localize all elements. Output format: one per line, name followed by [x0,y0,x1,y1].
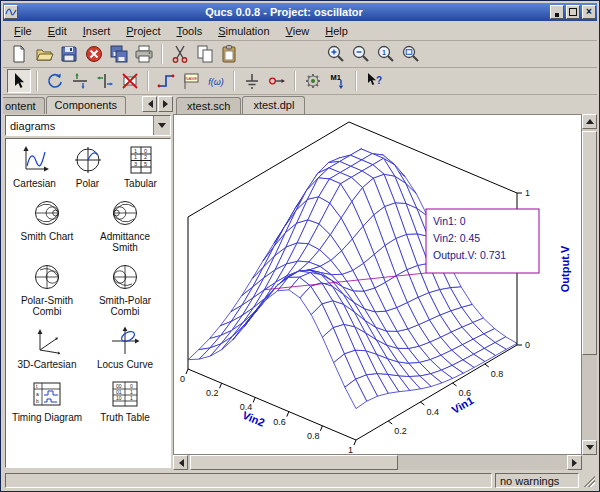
ground-button[interactable] [240,69,264,93]
component-item-cartesian[interactable]: Cartesian [8,145,61,189]
minimize-button[interactable] [550,5,564,19]
arrow-left-icon [144,100,153,108]
tab-scroll-right-button[interactable] [158,96,173,112]
document-canvas[interactable]: 00.20.40.60.810.20.40.60.800.51Vin2Vin1O… [173,114,582,455]
vertical-scroll-track[interactable] [582,129,597,440]
component-item-polar[interactable]: Polar [61,145,114,189]
equation-icon: f(ω) [206,71,226,91]
paste-icon [220,44,240,64]
zoom-out-button[interactable] [349,42,373,66]
port-button[interactable] [265,69,289,93]
wire-button[interactable] [154,69,178,93]
component-item-truth-table[interactable]: 000011101Truth Table [86,379,164,423]
dropdown-button[interactable] [153,116,170,135]
zoom-1-button[interactable]: 1 [374,42,398,66]
horizontal-scrollbar[interactable] [173,455,582,470]
menu-simulation[interactable]: Simulation [211,23,276,39]
new-button[interactable] [7,42,31,66]
menu-view[interactable]: View [279,23,317,39]
window-title: Qucs 0.0.8 - Project: oscillator [20,6,548,18]
deactivate-button[interactable] [118,69,142,93]
component-item-tabular[interactable]: 101235Tabular [114,145,167,189]
scroll-right-button[interactable] [567,455,582,470]
toolbar-separator [161,44,163,64]
maximize-icon [569,8,577,16]
maximize-button[interactable] [566,5,580,19]
save-button[interactable] [57,42,81,66]
print-button[interactable] [132,42,156,66]
component-category-dropdown[interactable]: diagrams [5,115,171,136]
sidebar-tabs: ontent Components [3,95,173,114]
3d-diagram[interactable]: 00.20.40.60.810.20.40.60.800.51Vin2Vin1O… [174,115,582,455]
wire-label-button[interactable]: NAME [179,69,203,93]
component-item-smith-chart[interactable]: Smith Chart [8,198,86,253]
component-label: Timing Diagram [12,412,82,423]
save-all-icon [109,44,129,64]
svg-text:?: ? [376,75,382,86]
open-button[interactable] [32,42,56,66]
close-file-button[interactable] [82,42,106,66]
component-item-timing-diagram[interactable]: tabTiming Diagram [8,379,86,423]
toolbar-separator [147,71,149,91]
resize-grip[interactable] [582,474,595,487]
zoom-in-button[interactable] [324,42,348,66]
component-label: 3D-Cartesian [18,359,77,370]
horizontal-scroll-track[interactable] [188,455,567,470]
svg-text:1: 1 [348,445,353,455]
tab-components[interactable]: Components [46,96,126,114]
sidebar: ontent Components diagrams CartesianPola… [3,95,173,470]
marker-button[interactable]: M1 [326,69,350,93]
arrow-right-icon [163,100,172,108]
svg-text:b: b [36,398,39,404]
menu-help[interactable]: Help [318,23,355,39]
mirror-x-button[interactable] [68,69,92,93]
dropdown-value: diagrams [6,120,153,132]
toolbar-separator [294,71,296,91]
vertical-scrollbar[interactable] [582,114,597,455]
component-item-locus-curve[interactable]: Locus Curve [86,326,164,370]
menu-project[interactable]: Project [119,23,167,39]
scroll-down-button[interactable] [582,440,597,455]
svg-text:0: 0 [525,340,530,350]
cut-button[interactable] [168,42,192,66]
tab-xtest-dpl[interactable]: xtest.dpl [242,96,305,114]
menu-edit[interactable]: Edit [41,23,74,39]
window-menu-button[interactable] [4,5,18,19]
cut-icon [170,44,190,64]
status-bar: no warnings [3,470,597,489]
marker-text: Vin1: 0 [433,215,466,227]
zoom-fit-button[interactable] [399,42,423,66]
vertical-scroll-thumb[interactable] [582,131,597,355]
tab-xtest-sch[interactable]: xtest.sch [176,97,241,114]
rotate-button[interactable] [43,69,67,93]
copy-button[interactable] [193,42,217,66]
paste-button[interactable] [218,42,242,66]
print-icon [134,44,154,64]
tab-content[interactable]: ontent [3,97,45,114]
marker-text: Vin2: 0.45 [433,232,480,244]
component-item-smith-polar-combi[interactable]: Smith-Polar Combi [86,262,164,317]
simulate-button[interactable] [301,69,325,93]
tab-scroll-left-button[interactable] [142,96,157,112]
scroll-up-button[interactable] [582,114,597,129]
close-button[interactable]: × [582,5,596,19]
menu-insert[interactable]: Insert [76,23,118,39]
marker-icon: M1 [328,71,348,91]
select-button[interactable] [7,69,31,93]
equation-button[interactable]: f(ω) [204,69,228,93]
warnings-status: no warnings [495,473,579,488]
zoom-fit-icon [401,44,421,64]
scroll-left-button[interactable] [173,455,188,470]
component-item-3d-cartesian[interactable]: 3D-Cartesian [8,326,86,370]
file-toolbar: 1 [3,41,597,68]
menu-tools[interactable]: Tools [170,23,210,39]
component-item-polar-smith-combi[interactable]: Polar-Smith Combi [8,262,86,317]
whats-this-button[interactable]: ? [362,69,386,93]
rotate-icon [45,71,65,91]
menu-file[interactable]: File [7,23,39,39]
component-item-admittance-smith[interactable]: Admittance Smith [86,198,164,253]
horizontal-scroll-thumb[interactable] [190,455,398,470]
mirror-y-button[interactable] [93,69,117,93]
save-all-button[interactable] [107,42,131,66]
qucs-window: Qucs 0.0.8 - Project: oscillator × FileE… [0,0,600,492]
